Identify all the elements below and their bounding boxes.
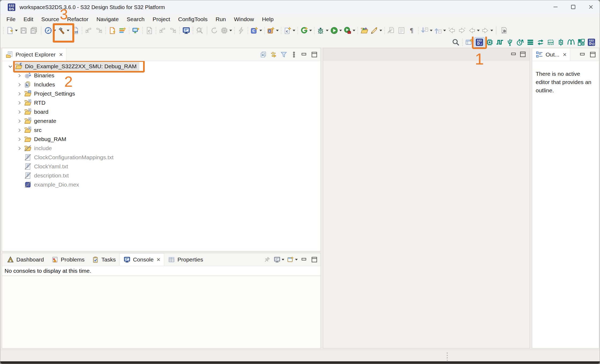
new-c-project-button[interactable]: C: [249, 25, 263, 36]
maximize-button[interactable]: [588, 50, 597, 59]
dropdown-arrow-icon[interactable]: [430, 30, 433, 31]
tree-item[interactable]: c RTD: [2, 98, 321, 107]
dropdown-arrow-icon[interactable]: [53, 30, 56, 31]
new-library-button[interactable]: c: [266, 25, 279, 36]
flash-button[interactable]: [236, 25, 246, 36]
undo-button[interactable]: [84, 25, 94, 36]
usb-button[interactable]: [505, 37, 515, 47]
tree-item[interactable]: h Includes: [2, 80, 321, 89]
minimize-button[interactable]: [509, 50, 518, 59]
tree-item[interactable]: example_Dio.mex: [2, 180, 321, 189]
drag-handle[interactable]: [447, 352, 448, 361]
menu-item[interactable]: Navigate: [92, 15, 123, 24]
bottom-tab[interactable]: Tasks ×: [88, 253, 120, 266]
debug-button[interactable]: [316, 25, 329, 36]
menu-item[interactable]: Run: [211, 15, 230, 24]
s32-config-button[interactable]: S32D: [586, 37, 597, 47]
menu-item[interactable]: Project: [148, 15, 174, 24]
expander-icon[interactable]: [15, 71, 24, 80]
peripherals-button[interactable]: [485, 37, 495, 47]
window-maximize-button[interactable]: [564, 0, 582, 14]
new-target-button[interactable]: [117, 25, 128, 36]
menu-item[interactable]: Edit: [20, 15, 37, 24]
run-button[interactable]: [329, 25, 343, 36]
tree-item[interactable]: include: [2, 144, 321, 153]
forward-button[interactable]: [480, 25, 494, 36]
no-search-button[interactable]: [195, 25, 205, 36]
close-icon[interactable]: ×: [59, 51, 63, 58]
dropdown-arrow-icon[interactable]: [443, 30, 446, 31]
tree-item[interactable]: Debug_RAM: [2, 135, 321, 144]
new-display-button[interactable]: [131, 25, 141, 36]
open-type-button[interactable]: [359, 25, 370, 36]
close-icon[interactable]: ×: [563, 51, 567, 58]
minimize-button[interactable]: [578, 50, 587, 59]
menu-item[interactable]: ConfigTools: [174, 15, 212, 24]
dcd-button[interactable]: [525, 37, 535, 47]
new-generate-button[interactable]: [299, 25, 313, 36]
save-button[interactable]: [18, 25, 29, 36]
forward-history-button[interactable]: [457, 25, 467, 36]
dropdown-arrow-icon[interactable]: [276, 30, 279, 31]
minimize-button[interactable]: [300, 255, 309, 264]
link-editor-button[interactable]: [269, 50, 278, 59]
ivt-button[interactable]: [535, 37, 546, 47]
menu-item[interactable]: File: [2, 15, 20, 24]
bottom-tab[interactable]: Problems ×: [48, 253, 88, 266]
next-annotation-button[interactable]: [420, 25, 433, 36]
tab-outline[interactable]: Out... ×: [532, 48, 570, 61]
dropdown-arrow-icon[interactable]: [326, 30, 329, 31]
expander-icon[interactable]: [6, 62, 14, 71]
menu-item[interactable]: Search: [123, 15, 149, 24]
minimize-button[interactable]: [300, 50, 309, 59]
pin-console-button[interactable]: [263, 255, 272, 264]
window-close-button[interactable]: [582, 0, 600, 14]
last-edit-button[interactable]: [386, 25, 396, 36]
efuse-button[interactable]: [556, 37, 566, 47]
restart-button[interactable]: [209, 25, 219, 36]
menu-item[interactable]: Help: [258, 15, 278, 24]
clocks-button[interactable]: [515, 37, 525, 47]
bottom-tab[interactable]: Console ×: [120, 253, 164, 266]
bottom-tab[interactable]: Properties ×: [164, 253, 207, 266]
expander-icon[interactable]: [15, 153, 24, 162]
memory-blocks-button[interactable]: [576, 37, 586, 47]
dropdown-arrow-icon[interactable]: [293, 30, 295, 31]
build-button[interactable]: 3: [57, 25, 70, 36]
dropdown-arrow-icon[interactable]: [259, 30, 262, 31]
window-minimize-button[interactable]: [547, 0, 564, 14]
run-external-button[interactable]: [343, 25, 356, 36]
expander-icon[interactable]: [15, 144, 24, 153]
tree-item[interactable]: C Dio_Example_S32Z2XX_SMU: Debug_RAM 2: [2, 62, 321, 71]
dropdown-arrow-icon[interactable]: [15, 30, 18, 31]
collapse-all-button[interactable]: [259, 50, 268, 59]
maximize-button[interactable]: [310, 255, 319, 264]
open-console-button[interactable]: [286, 255, 299, 264]
expander-icon[interactable]: [15, 171, 24, 180]
back-button[interactable]: [467, 25, 480, 36]
expander-icon[interactable]: [15, 80, 24, 89]
show-outline-button[interactable]: [396, 25, 407, 36]
previous-annotation-button[interactable]: [433, 25, 447, 36]
tree-item[interactable]: description.txt: [2, 171, 321, 180]
expander-icon[interactable]: [15, 89, 24, 98]
menu-item[interactable]: Source: [37, 15, 63, 24]
bottom-tab[interactable]: Dashboard ×: [3, 253, 48, 266]
filter-button[interactable]: [279, 50, 288, 59]
redo-button[interactable]: [168, 25, 178, 36]
redo-button[interactable]: [94, 25, 104, 36]
c-file-button[interactable]: C: [144, 25, 154, 36]
display-console-button[interactable]: [273, 255, 285, 264]
binary-button[interactable]: 010: [70, 25, 80, 36]
menu-item[interactable]: Window: [230, 15, 258, 24]
back-history-button[interactable]: [447, 25, 457, 36]
s32ds-cpp-perspective-button[interactable]: S32D.C 1: [474, 37, 485, 47]
extensions-button[interactable]: [43, 25, 57, 36]
console-display-button[interactable]: [181, 25, 191, 36]
maximize-button[interactable]: [518, 50, 527, 59]
expander-icon[interactable]: [15, 126, 24, 135]
new-file-button[interactable]: [107, 25, 117, 36]
dropdown-arrow-icon[interactable]: [339, 30, 342, 31]
tree-item[interactable]: c generate: [2, 116, 321, 126]
pins-button[interactable]: [495, 37, 505, 47]
